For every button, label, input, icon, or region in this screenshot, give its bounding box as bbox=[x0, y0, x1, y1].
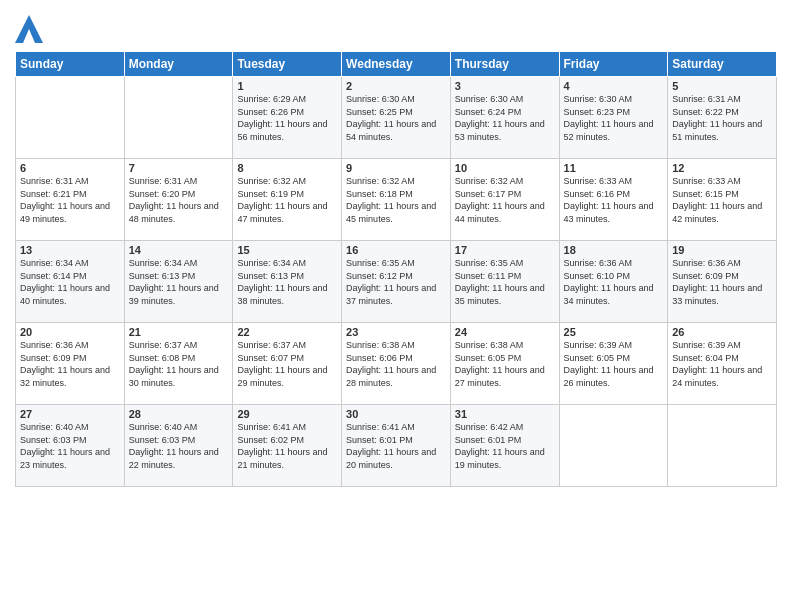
day-number: 30 bbox=[346, 408, 446, 420]
cell-info: Sunrise: 6:36 AM Sunset: 6:09 PM Dayligh… bbox=[672, 257, 772, 307]
cell-info: Sunrise: 6:33 AM Sunset: 6:15 PM Dayligh… bbox=[672, 175, 772, 225]
calendar-cell: 7Sunrise: 6:31 AM Sunset: 6:20 PM Daylig… bbox=[124, 159, 233, 241]
calendar-cell: 22Sunrise: 6:37 AM Sunset: 6:07 PM Dayli… bbox=[233, 323, 342, 405]
day-number: 29 bbox=[237, 408, 337, 420]
calendar-header-monday: Monday bbox=[124, 52, 233, 77]
cell-info: Sunrise: 6:30 AM Sunset: 6:23 PM Dayligh… bbox=[564, 93, 664, 143]
day-number: 14 bbox=[129, 244, 229, 256]
logo bbox=[15, 15, 47, 43]
calendar-header-tuesday: Tuesday bbox=[233, 52, 342, 77]
day-number: 27 bbox=[20, 408, 120, 420]
calendar-cell bbox=[16, 77, 125, 159]
cell-info: Sunrise: 6:32 AM Sunset: 6:17 PM Dayligh… bbox=[455, 175, 555, 225]
calendar-cell: 19Sunrise: 6:36 AM Sunset: 6:09 PM Dayli… bbox=[668, 241, 777, 323]
calendar-cell: 5Sunrise: 6:31 AM Sunset: 6:22 PM Daylig… bbox=[668, 77, 777, 159]
calendar-cell: 21Sunrise: 6:37 AM Sunset: 6:08 PM Dayli… bbox=[124, 323, 233, 405]
calendar-cell: 10Sunrise: 6:32 AM Sunset: 6:17 PM Dayli… bbox=[450, 159, 559, 241]
cell-info: Sunrise: 6:41 AM Sunset: 6:02 PM Dayligh… bbox=[237, 421, 337, 471]
cell-info: Sunrise: 6:39 AM Sunset: 6:04 PM Dayligh… bbox=[672, 339, 772, 389]
calendar-cell: 4Sunrise: 6:30 AM Sunset: 6:23 PM Daylig… bbox=[559, 77, 668, 159]
calendar-header-saturday: Saturday bbox=[668, 52, 777, 77]
calendar-cell: 16Sunrise: 6:35 AM Sunset: 6:12 PM Dayli… bbox=[342, 241, 451, 323]
cell-info: Sunrise: 6:29 AM Sunset: 6:26 PM Dayligh… bbox=[237, 93, 337, 143]
calendar-week-1: 1Sunrise: 6:29 AM Sunset: 6:26 PM Daylig… bbox=[16, 77, 777, 159]
calendar-cell: 14Sunrise: 6:34 AM Sunset: 6:13 PM Dayli… bbox=[124, 241, 233, 323]
day-number: 28 bbox=[129, 408, 229, 420]
cell-info: Sunrise: 6:32 AM Sunset: 6:18 PM Dayligh… bbox=[346, 175, 446, 225]
day-number: 16 bbox=[346, 244, 446, 256]
day-number: 26 bbox=[672, 326, 772, 338]
calendar-table: SundayMondayTuesdayWednesdayThursdayFrid… bbox=[15, 51, 777, 487]
calendar-cell: 25Sunrise: 6:39 AM Sunset: 6:05 PM Dayli… bbox=[559, 323, 668, 405]
cell-info: Sunrise: 6:30 AM Sunset: 6:24 PM Dayligh… bbox=[455, 93, 555, 143]
cell-info: Sunrise: 6:31 AM Sunset: 6:21 PM Dayligh… bbox=[20, 175, 120, 225]
cell-info: Sunrise: 6:36 AM Sunset: 6:09 PM Dayligh… bbox=[20, 339, 120, 389]
cell-info: Sunrise: 6:31 AM Sunset: 6:22 PM Dayligh… bbox=[672, 93, 772, 143]
calendar-week-4: 20Sunrise: 6:36 AM Sunset: 6:09 PM Dayli… bbox=[16, 323, 777, 405]
calendar-week-3: 13Sunrise: 6:34 AM Sunset: 6:14 PM Dayli… bbox=[16, 241, 777, 323]
calendar-week-5: 27Sunrise: 6:40 AM Sunset: 6:03 PM Dayli… bbox=[16, 405, 777, 487]
day-number: 2 bbox=[346, 80, 446, 92]
calendar-cell bbox=[124, 77, 233, 159]
cell-info: Sunrise: 6:36 AM Sunset: 6:10 PM Dayligh… bbox=[564, 257, 664, 307]
calendar-cell: 15Sunrise: 6:34 AM Sunset: 6:13 PM Dayli… bbox=[233, 241, 342, 323]
calendar-week-2: 6Sunrise: 6:31 AM Sunset: 6:21 PM Daylig… bbox=[16, 159, 777, 241]
day-number: 23 bbox=[346, 326, 446, 338]
cell-info: Sunrise: 6:37 AM Sunset: 6:07 PM Dayligh… bbox=[237, 339, 337, 389]
calendar-cell: 29Sunrise: 6:41 AM Sunset: 6:02 PM Dayli… bbox=[233, 405, 342, 487]
cell-info: Sunrise: 6:31 AM Sunset: 6:20 PM Dayligh… bbox=[129, 175, 229, 225]
cell-info: Sunrise: 6:38 AM Sunset: 6:06 PM Dayligh… bbox=[346, 339, 446, 389]
day-number: 1 bbox=[237, 80, 337, 92]
logo-icon bbox=[15, 15, 43, 43]
cell-info: Sunrise: 6:39 AM Sunset: 6:05 PM Dayligh… bbox=[564, 339, 664, 389]
calendar-cell: 8Sunrise: 6:32 AM Sunset: 6:19 PM Daylig… bbox=[233, 159, 342, 241]
calendar-cell: 27Sunrise: 6:40 AM Sunset: 6:03 PM Dayli… bbox=[16, 405, 125, 487]
calendar-cell: 2Sunrise: 6:30 AM Sunset: 6:25 PM Daylig… bbox=[342, 77, 451, 159]
day-number: 7 bbox=[129, 162, 229, 174]
day-number: 31 bbox=[455, 408, 555, 420]
cell-info: Sunrise: 6:37 AM Sunset: 6:08 PM Dayligh… bbox=[129, 339, 229, 389]
calendar-cell: 26Sunrise: 6:39 AM Sunset: 6:04 PM Dayli… bbox=[668, 323, 777, 405]
day-number: 10 bbox=[455, 162, 555, 174]
day-number: 18 bbox=[564, 244, 664, 256]
cell-info: Sunrise: 6:35 AM Sunset: 6:12 PM Dayligh… bbox=[346, 257, 446, 307]
day-number: 3 bbox=[455, 80, 555, 92]
day-number: 8 bbox=[237, 162, 337, 174]
cell-info: Sunrise: 6:41 AM Sunset: 6:01 PM Dayligh… bbox=[346, 421, 446, 471]
calendar-header-row: SundayMondayTuesdayWednesdayThursdayFrid… bbox=[16, 52, 777, 77]
calendar-cell: 17Sunrise: 6:35 AM Sunset: 6:11 PM Dayli… bbox=[450, 241, 559, 323]
header bbox=[15, 10, 777, 43]
cell-info: Sunrise: 6:40 AM Sunset: 6:03 PM Dayligh… bbox=[129, 421, 229, 471]
calendar-cell bbox=[668, 405, 777, 487]
day-number: 22 bbox=[237, 326, 337, 338]
main-container: SundayMondayTuesdayWednesdayThursdayFrid… bbox=[0, 0, 792, 612]
calendar-cell: 12Sunrise: 6:33 AM Sunset: 6:15 PM Dayli… bbox=[668, 159, 777, 241]
calendar-cell: 20Sunrise: 6:36 AM Sunset: 6:09 PM Dayli… bbox=[16, 323, 125, 405]
calendar-header-thursday: Thursday bbox=[450, 52, 559, 77]
calendar-cell: 9Sunrise: 6:32 AM Sunset: 6:18 PM Daylig… bbox=[342, 159, 451, 241]
day-number: 13 bbox=[20, 244, 120, 256]
cell-info: Sunrise: 6:32 AM Sunset: 6:19 PM Dayligh… bbox=[237, 175, 337, 225]
cell-info: Sunrise: 6:34 AM Sunset: 6:13 PM Dayligh… bbox=[237, 257, 337, 307]
day-number: 25 bbox=[564, 326, 664, 338]
calendar-cell: 6Sunrise: 6:31 AM Sunset: 6:21 PM Daylig… bbox=[16, 159, 125, 241]
day-number: 4 bbox=[564, 80, 664, 92]
calendar-cell: 13Sunrise: 6:34 AM Sunset: 6:14 PM Dayli… bbox=[16, 241, 125, 323]
day-number: 17 bbox=[455, 244, 555, 256]
calendar-cell: 31Sunrise: 6:42 AM Sunset: 6:01 PM Dayli… bbox=[450, 405, 559, 487]
cell-info: Sunrise: 6:38 AM Sunset: 6:05 PM Dayligh… bbox=[455, 339, 555, 389]
calendar-header-wednesday: Wednesday bbox=[342, 52, 451, 77]
cell-info: Sunrise: 6:34 AM Sunset: 6:13 PM Dayligh… bbox=[129, 257, 229, 307]
cell-info: Sunrise: 6:34 AM Sunset: 6:14 PM Dayligh… bbox=[20, 257, 120, 307]
day-number: 15 bbox=[237, 244, 337, 256]
calendar-cell: 1Sunrise: 6:29 AM Sunset: 6:26 PM Daylig… bbox=[233, 77, 342, 159]
calendar-cell: 11Sunrise: 6:33 AM Sunset: 6:16 PM Dayli… bbox=[559, 159, 668, 241]
day-number: 6 bbox=[20, 162, 120, 174]
calendar-cell: 18Sunrise: 6:36 AM Sunset: 6:10 PM Dayli… bbox=[559, 241, 668, 323]
calendar-header-sunday: Sunday bbox=[16, 52, 125, 77]
day-number: 11 bbox=[564, 162, 664, 174]
day-number: 5 bbox=[672, 80, 772, 92]
calendar-cell: 23Sunrise: 6:38 AM Sunset: 6:06 PM Dayli… bbox=[342, 323, 451, 405]
day-number: 19 bbox=[672, 244, 772, 256]
calendar-cell: 24Sunrise: 6:38 AM Sunset: 6:05 PM Dayli… bbox=[450, 323, 559, 405]
